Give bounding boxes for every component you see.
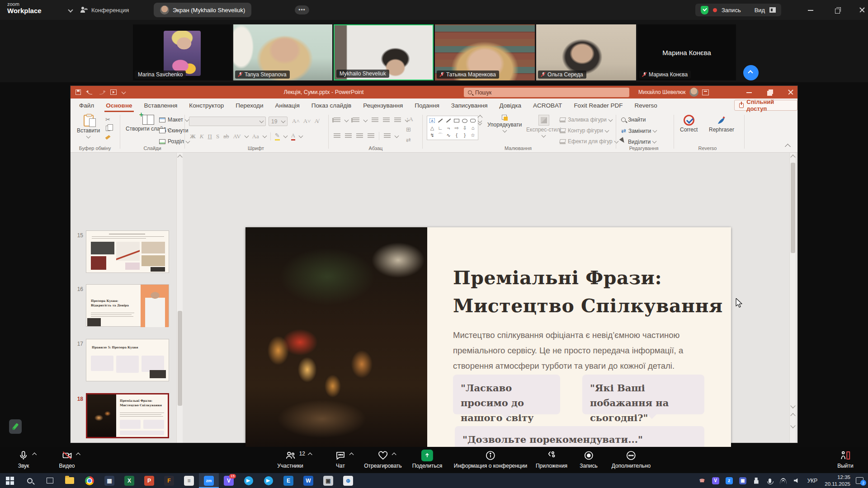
leave-button[interactable]: Выйти — [837, 450, 854, 469]
scroll-up-icon[interactable] — [790, 155, 795, 160]
meeting-info-button[interactable]: Информация о конференции — [454, 450, 527, 469]
screen-share-button[interactable]: Поделиться — [412, 450, 442, 469]
tray-volume[interactable] — [792, 475, 802, 486]
taskbar-app-powerpoint[interactable]: P — [139, 473, 159, 488]
react-caret[interactable] — [392, 453, 396, 457]
taskbar-app-viber[interactable]: V15 — [219, 473, 239, 488]
chat-button[interactable]: Чат — [335, 450, 346, 469]
align-right-icon[interactable] — [356, 133, 363, 139]
ribbon-tab-acrobat[interactable]: ACROBAT — [527, 99, 568, 112]
slide-thumbnail-16[interactable]: Прозора Кухня: Відкритість та Довіра — [86, 284, 169, 327]
scroll-up-icon[interactable] — [177, 155, 182, 160]
more-button[interactable]: Дополнительно — [612, 450, 651, 469]
record-button[interactable]: Запись — [580, 450, 597, 469]
clear-formatting-icon[interactable]: A̸ — [314, 117, 318, 125]
taskbar-app-browser[interactable]: ⊕ — [338, 473, 358, 488]
language-indicator[interactable]: УКР — [807, 478, 818, 484]
tab-conference[interactable]: Конференция — [76, 0, 133, 20]
reverso-correct-button[interactable]: Correct — [680, 115, 698, 133]
canvas-scrollbar[interactable] — [789, 153, 796, 443]
taskbar-app-file-explorer[interactable] — [60, 473, 80, 488]
slide-thumbnail-18-selected[interactable]: Преміальні Фрази: Мистецтво Спілкування — [86, 393, 169, 438]
tray-microphone[interactable] — [764, 475, 775, 486]
copy-icon[interactable] — [104, 125, 112, 132]
bold-icon[interactable]: Ж — [190, 133, 196, 140]
share-button[interactable]: Спільний доступ — [734, 100, 797, 111]
scrollbar-thumb[interactable] — [791, 163, 795, 253]
slide-thumbnail-17[interactable]: Правило 5: Прозора Кухня — [86, 339, 169, 381]
convert-smartart-icon[interactable]: ⇄ — [406, 136, 413, 144]
char-spacing-icon[interactable]: AV — [233, 133, 241, 140]
tray-teams-tray[interactable]: ▣ — [737, 475, 748, 486]
shrink-font-icon[interactable]: A˅ — [303, 117, 311, 125]
next-participants-button[interactable] — [743, 65, 759, 80]
account-name[interactable]: Михайло Шевелюк — [638, 89, 686, 95]
format-painter-icon[interactable] — [104, 134, 112, 141]
chevron-down-icon[interactable] — [68, 7, 73, 12]
tray-phone[interactable]: ☎ — [697, 475, 708, 486]
shape-outline-button[interactable]: Контур фігури — [560, 127, 609, 134]
thumbnails-scrollbar[interactable] — [176, 153, 183, 443]
taskbar-app-word[interactable]: W — [298, 473, 318, 488]
quick-styles-button[interactable]: Експрес-стилі — [526, 115, 561, 137]
notifications-icon[interactable]: 2 — [856, 477, 863, 484]
taskbar-app-messenger[interactable] — [259, 473, 278, 488]
taskbar-app-search[interactable] — [20, 473, 40, 488]
italic-icon[interactable]: K — [200, 133, 204, 140]
account-avatar[interactable] — [689, 88, 698, 97]
paste-button[interactable]: Вставити — [77, 115, 100, 138]
taskbar-app-excel[interactable]: X — [119, 473, 139, 488]
qat-customize-icon[interactable] — [122, 89, 126, 94]
start-slideshow-icon[interactable] — [110, 89, 117, 95]
tab-more-button[interactable]: ••• — [295, 5, 309, 14]
arrange-button[interactable]: Упорядкувати — [487, 115, 522, 132]
taskbar-app-task-view[interactable] — [40, 473, 60, 488]
shapes-scroll[interactable] — [478, 116, 482, 125]
video-tile-tatyana-marenkova[interactable]: Татьяна Маренкова — [435, 24, 535, 80]
align-text-icon[interactable]: ⊞ — [406, 126, 413, 133]
underline-icon[interactable]: П — [208, 133, 212, 140]
ribbon-tab-анімація[interactable]: Анімація — [269, 99, 306, 112]
shape-fill-button[interactable]: Заливка фігури — [560, 117, 612, 123]
taskbar-app-telegram[interactable] — [239, 473, 259, 488]
save-icon[interactable] — [75, 89, 81, 95]
ribbon-display-options-icon[interactable] — [702, 89, 709, 95]
ribbon-tab-файл[interactable]: Файл — [73, 99, 100, 112]
slide-thumbnail-15[interactable] — [86, 230, 169, 273]
video-tile-olga-sereda[interactable]: Ольга Середа — [536, 24, 636, 80]
react-button[interactable]: Отреагировать — [364, 450, 402, 469]
decrease-indent-icon[interactable] — [372, 117, 378, 123]
grow-font-icon[interactable]: A˄ — [292, 117, 300, 125]
collapse-ribbon-icon[interactable] — [785, 144, 791, 150]
taskbar-app-chrome[interactable] — [80, 473, 99, 488]
taskbar-app-calculator[interactable]: ▦ — [99, 473, 119, 488]
taskbar-app-firefox[interactable]: F — [159, 473, 179, 488]
scrollbar-thumb[interactable] — [178, 311, 182, 406]
font-size-select[interactable]: 19 — [269, 117, 288, 126]
cut-icon[interactable]: ✂ — [104, 116, 112, 123]
ribbon-tab-основне[interactable]: Основне — [100, 99, 138, 112]
audio-button[interactable]: Звук — [18, 450, 29, 469]
next-slide-icon[interactable] — [790, 423, 795, 428]
apps-button[interactable]: Приложения — [536, 450, 567, 469]
shapes-gallery[interactable]: А △∟¬ ⇨⇩⌂ ↯⌒∿ {}☆ — [427, 116, 478, 140]
reverso-rephraser-button[interactable]: Rephraser — [709, 115, 734, 133]
taskbar-app-explorer-app[interactable]: E — [278, 473, 298, 488]
video-options-caret[interactable] — [76, 453, 80, 457]
tray-usb[interactable] — [751, 475, 762, 486]
video-tile-tanya-stepanova[interactable]: Tanya Stepanova — [233, 24, 332, 80]
font-name-select[interactable] — [189, 117, 266, 126]
ribbon-tab-вставлення[interactable]: Вставлення — [138, 99, 184, 112]
ribbon-tab-конструктор[interactable]: Конструктор — [183, 99, 230, 112]
video-button[interactable]: Видео — [59, 450, 75, 469]
columns-icon[interactable] — [384, 133, 391, 139]
chat-caret[interactable] — [349, 453, 354, 457]
ribbon-tab-рецензування[interactable]: Рецензування — [357, 99, 409, 112]
select-button[interactable]: Виділити — [621, 138, 656, 145]
line-spacing-icon[interactable] — [394, 117, 401, 123]
align-left-icon[interactable] — [334, 133, 340, 139]
previous-slide-icon[interactable] — [790, 413, 795, 418]
view-button[interactable]: Вид — [755, 7, 765, 14]
ribbon-tab-переходи[interactable]: Переходи — [230, 99, 269, 112]
shadow-icon[interactable]: S — [216, 133, 219, 140]
